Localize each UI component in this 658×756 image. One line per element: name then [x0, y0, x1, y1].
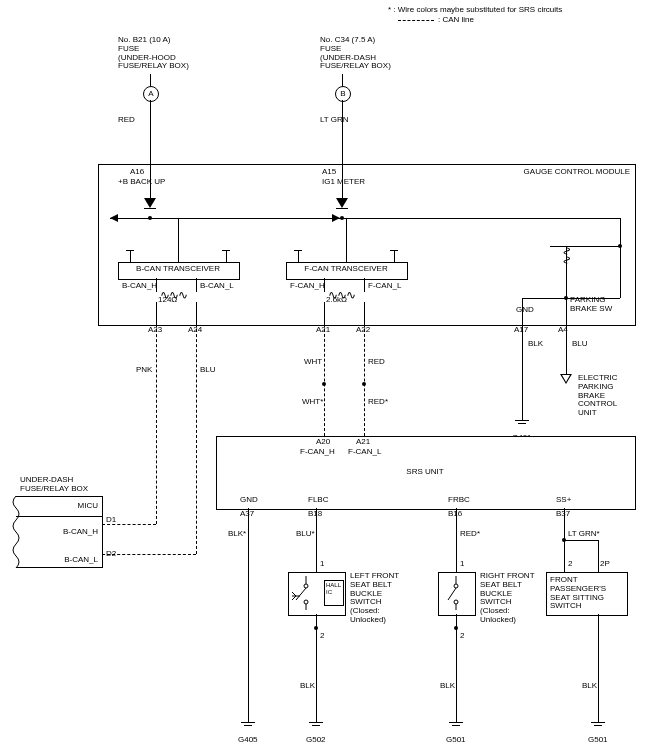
srs-name-b16: FRBC: [448, 496, 470, 505]
srs-pin-a20: A20: [316, 438, 330, 447]
legend-wire-note: * : Wire colors maybe substituted for SR…: [388, 6, 648, 15]
pnk-can-wire: [156, 324, 157, 524]
fcan-l: F-CAN_L: [368, 282, 401, 291]
pin-a15: A15: [322, 168, 336, 177]
gauge-title: GAUGE CONTROL MODULE: [524, 168, 630, 177]
svg-line-8: [448, 588, 456, 600]
left-sw-p1: 1: [320, 560, 324, 569]
svg-point-9: [454, 600, 458, 604]
srs-name-b37: SS+: [556, 496, 571, 505]
svg-point-1: [304, 584, 308, 588]
ground-icon: [241, 722, 255, 732]
right-sw-p1: 1: [460, 560, 464, 569]
g501a: G501: [446, 736, 466, 745]
fuse-b-label: No. C34 (7.5 A) FUSE (UNDER-DASH FUSE/RE…: [320, 36, 391, 71]
wire-red-s2: RED*: [460, 530, 480, 539]
fuse-a-wire: RED: [118, 116, 135, 125]
wht-can-wire: [324, 324, 325, 436]
wire-ltgrn-s: LT GRN*: [568, 530, 600, 539]
left-sw-blk: BLK: [300, 682, 315, 691]
wire-blu-s: BLU*: [296, 530, 315, 539]
bcan-res: 124Ω: [158, 296, 177, 305]
arrow-left-icon: [110, 214, 118, 222]
left-sw-label: LEFT FRONT SEAT BELT BUCKLE SWITCH (Clos…: [350, 572, 399, 625]
micu: MICU: [16, 502, 98, 511]
name-a4: PARKING BRAKE SW: [570, 296, 612, 314]
switch-contact-icon: [292, 576, 322, 610]
srs-fcanh: F-CAN_H: [300, 448, 335, 457]
ground-icon: [591, 722, 605, 732]
srs-title: SRS UNIT: [216, 468, 634, 477]
name-a15: IG1 METER: [322, 178, 365, 187]
srs-fcanl: F-CAN_L: [348, 448, 381, 457]
diode-icon: [336, 198, 348, 208]
bcan-transceiver: B-CAN TRANSCEIVER: [118, 265, 238, 274]
wire-blk: BLK: [528, 340, 543, 349]
right-sw-label: RIGHT FRONT SEAT BELT BUCKLE SWITCH (Clo…: [480, 572, 535, 625]
svg-point-3: [304, 600, 308, 604]
svg-point-7: [454, 584, 458, 588]
right-sw-p2: 2: [460, 632, 464, 641]
sitting-label: FRONT PASSENGER'S SEAT SITTING SWITCH: [550, 576, 606, 611]
bcan-h: B-CAN_H: [122, 282, 157, 291]
underdash-title: UNDER-DASH FUSE/RELAY BOX: [20, 476, 88, 494]
wire-blu: BLU: [200, 366, 216, 375]
fuse-a-label: No. B21 (10 A) FUSE (UNDER-HOOD FUSE/REL…: [118, 36, 189, 71]
wiring-diagram: * : Wire colors maybe substituted for SR…: [0, 0, 658, 756]
srs-pin-a21: A21: [356, 438, 370, 447]
resistor-icon: ∿∿: [560, 246, 574, 264]
legend-can-dash: [398, 20, 434, 21]
legend-can-note: : CAN line: [438, 16, 474, 25]
epbcu-connector-icon: [560, 374, 572, 384]
wire-wht: WHT: [304, 358, 322, 367]
ground-icon: [449, 722, 463, 732]
g405: G405: [238, 736, 258, 745]
srs-name-a37: GND: [240, 496, 258, 505]
ground-icon: [515, 420, 529, 430]
g502: G502: [306, 736, 326, 745]
arrow-right-icon: [332, 214, 340, 222]
sitting-p2: 2: [568, 560, 572, 569]
bcan-l: B-CAN_L: [200, 282, 234, 291]
ground-icon: [309, 722, 323, 732]
fuse-a-connector: A: [143, 86, 159, 102]
svg-line-2: [296, 588, 306, 600]
fuse-b-connector: B: [335, 86, 351, 102]
switch-contact-icon: [444, 576, 468, 610]
blu-can-wire: [196, 324, 197, 554]
g501c: G501: [588, 736, 608, 745]
wire-red: RED: [368, 358, 385, 367]
fcan-res: 2.6kΩ: [326, 296, 347, 305]
fcan-transceiver: F-CAN TRANSCEIVER: [286, 265, 406, 274]
left-sw-p2: 2: [320, 632, 324, 641]
diode-icon: [144, 198, 156, 208]
wire-wht-s: WHT*: [302, 398, 323, 407]
red-can-wire: [364, 324, 365, 436]
right-sw-blk: BLK: [440, 682, 455, 691]
wire-pnk: PNK: [136, 366, 152, 375]
wire-blk-s: BLK*: [228, 530, 246, 539]
name-a16: +B BACK UP: [118, 178, 165, 187]
fcan-h: F-CAN_H: [290, 282, 325, 291]
name-a17: GND: [516, 306, 534, 315]
srs-name-b18: FLBC: [308, 496, 328, 505]
pin-a16: A16: [130, 168, 144, 177]
underdash-bcanh: B-CAN_H: [16, 528, 98, 537]
epbcu-label: ELECTRIC PARKING BRAKE CONTROL UNIT: [578, 374, 618, 418]
wire-red-s: RED*: [368, 398, 388, 407]
sitting-p2p: 2P: [600, 560, 610, 569]
fuse-b-wire: LT GRN: [320, 116, 349, 125]
underdash-bcanl: B-CAN_L: [16, 556, 98, 565]
wire-blu2: BLU: [572, 340, 588, 349]
sitting-blk: BLK: [582, 682, 597, 691]
